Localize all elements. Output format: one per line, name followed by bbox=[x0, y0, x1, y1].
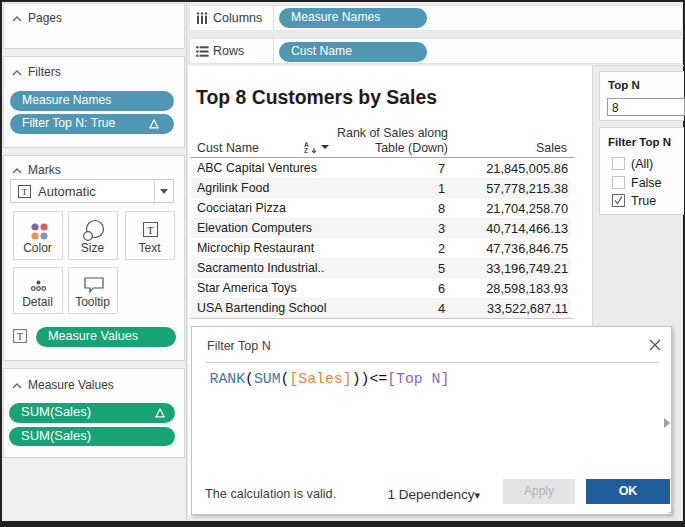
svg-text:T: T bbox=[22, 187, 28, 197]
svg-text:T: T bbox=[147, 224, 154, 235]
svg-text:T: T bbox=[17, 332, 23, 342]
